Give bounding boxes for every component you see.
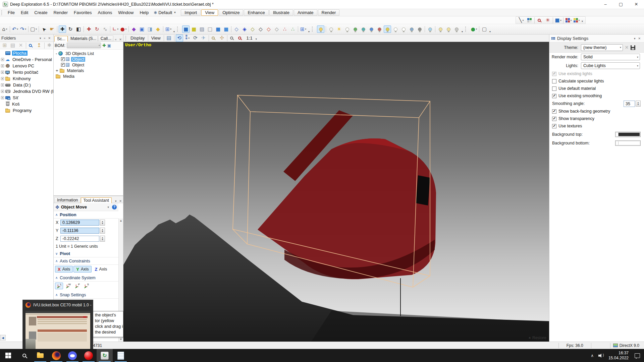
search-folder-icon[interactable]	[28, 42, 35, 49]
taskbar-clock[interactable]: 16:37 15.04.2022	[608, 351, 629, 361]
restore-button[interactable]: « Restore	[529, 336, 546, 340]
folder-item-s[interactable]: +Síť	[0, 95, 53, 101]
taskbar-explorer-button[interactable]	[32, 349, 48, 362]
checkbox[interactable]	[552, 94, 556, 98]
gem-icon[interactable]: ◆	[130, 25, 138, 33]
favorites-star-icon[interactable]: ✱	[46, 42, 53, 49]
tool-tab-tool-assistant[interactable]: Tool Assistant	[81, 197, 112, 203]
light-remove-icon[interactable]	[445, 25, 452, 33]
scene-item-object[interactable]: Object	[54, 62, 123, 68]
taskbar-firefox-button[interactable]	[48, 349, 64, 362]
texture-wrap-icon[interactable]: ▣	[138, 25, 146, 33]
orbit-icon[interactable]: ⟲	[176, 35, 183, 42]
menu-favorites[interactable]: Favorites	[71, 9, 95, 16]
smoothing-spinner[interactable]: ▲▼	[636, 101, 641, 107]
background-bottom-swatch[interactable]	[615, 140, 641, 146]
settings-gear-icon[interactable]: ✳	[544, 17, 551, 24]
panel-close-icon[interactable]: ✕	[637, 37, 642, 40]
layout-colors-icon[interactable]: ▾	[573, 17, 580, 24]
folders-close-icon[interactable]: ✕	[47, 37, 52, 40]
expand-icon[interactable]: -	[56, 51, 57, 56]
folder-item-plocha[interactable]: Plocha	[0, 50, 53, 56]
taskbar-red-app-button[interactable]	[80, 349, 97, 362]
taskbar-discord-button[interactable]	[64, 349, 80, 362]
scene-graph-icon[interactable]	[526, 17, 533, 24]
checkbox-row-show-transparency[interactable]: Show transparency	[549, 115, 644, 122]
checkbox-row-use-textures[interactable]: Use textures	[549, 122, 644, 130]
render-blue1-icon[interactable]: ■	[214, 25, 222, 33]
gradient-icon[interactable]: ◧	[75, 25, 82, 33]
points-color-icon[interactable]: ∴	[289, 25, 297, 33]
menu-actions[interactable]: Actions	[95, 9, 115, 16]
scroll-down-icon[interactable]: ▼	[120, 338, 122, 341]
scene-item-object[interactable]: Object	[54, 56, 123, 62]
expand-icon[interactable]: +	[1, 58, 4, 61]
lights-combo[interactable]: Cube Lights ▾	[581, 62, 640, 69]
panel-pin-icon[interactable]: ▣	[107, 43, 111, 48]
position-input-z[interactable]: -0.22242	[60, 236, 99, 242]
scroll-left-arrow[interactable]: ◀	[0, 335, 6, 341]
axes-icon[interactable]: ∟▾	[112, 25, 119, 33]
position-input-y[interactable]: -0.11136	[60, 228, 99, 234]
rotate-icon[interactable]: ↻	[67, 25, 74, 33]
light-blue-icon[interactable]	[368, 25, 375, 33]
viewport-canvas[interactable]: User/Ortho « Restore	[123, 42, 549, 342]
close-button[interactable]: ✕	[629, 0, 644, 9]
tool-dropdown-icon[interactable]: ▾	[106, 205, 110, 209]
pivot-section-header[interactable]: ∨ Pivot	[54, 250, 118, 257]
wire-cube5-icon[interactable]: ◇	[265, 25, 272, 33]
points-red-icon[interactable]: ∴	[281, 25, 288, 33]
theme-save-icon[interactable]	[631, 45, 635, 50]
popup-thumbnail[interactable]	[25, 311, 90, 349]
ribbon-tab-enhance[interactable]: Enhance	[244, 9, 268, 16]
material-ball-icon[interactable]: ●▾	[120, 25, 127, 33]
taskbar-start-button[interactable]	[0, 349, 16, 362]
tool-tab-information[interactable]: Information	[54, 197, 81, 203]
undo-icon[interactable]: ↶▾	[11, 25, 19, 33]
menu-file[interactable]: File	[5, 9, 18, 16]
preview-icon[interactable]: ▤	[165, 35, 173, 42]
checkbox-checked[interactable]	[61, 63, 65, 67]
axis-constraint-z[interactable]: ZAxis	[92, 266, 110, 273]
folders-dropdown-icon[interactable]: ▾	[38, 37, 43, 40]
render-mode-combo[interactable]: Solid ▾	[581, 54, 640, 60]
taskbar-search-button[interactable]	[16, 349, 32, 362]
scene-item-media[interactable]: Media	[54, 73, 123, 79]
flip-image-icon[interactable]: ◨	[146, 25, 154, 33]
position-section-header[interactable]: ∧ Position	[54, 211, 118, 219]
expand-icon[interactable]: +	[56, 68, 58, 73]
scene-sphere-icon[interactable]: ●▾	[470, 25, 478, 33]
bom-add-icon[interactable]: ✚	[102, 43, 106, 48]
scene-tab-sc[interactable]: Sc...	[54, 36, 68, 42]
light-back-icon[interactable]	[453, 25, 460, 33]
expand-icon[interactable]: +	[1, 71, 4, 74]
bom-combo[interactable]	[67, 43, 101, 48]
folder-options-icon[interactable]: ▤	[9, 42, 16, 49]
folder-item-knihovny[interactable]: +Knihovny	[0, 75, 53, 82]
object-rotate-icon[interactable]: ↻	[93, 25, 101, 33]
ribbon-tab-render[interactable]: Render	[318, 9, 340, 16]
checkbox[interactable]	[552, 72, 556, 76]
grid-icon[interactable]: ⊞▾	[300, 25, 307, 33]
display-menu[interactable]: Display	[129, 35, 147, 42]
theme-delete-icon[interactable]: ✕	[625, 45, 629, 50]
taskbar-notepad-button[interactable]	[113, 349, 129, 362]
light-white1-icon[interactable]	[327, 25, 335, 33]
axis-constraint-x[interactable]: XAxis	[55, 266, 73, 273]
checkbox[interactable]	[552, 109, 556, 114]
pan-icon[interactable]: ✣	[218, 35, 226, 42]
fly-icon[interactable]: ✈	[200, 35, 207, 42]
checkbox-row-calculate-specular-lights[interactable]: Calculate specular lights	[549, 77, 644, 85]
speaker-icon[interactable]: ⟩	[598, 353, 604, 358]
position-spinner-z[interactable]: ▲▼	[100, 236, 105, 242]
light-add-icon[interactable]	[437, 25, 444, 33]
folder-item-tento-po-ta[interactable]: +Tento počítač	[0, 69, 53, 75]
wire-cube2-icon[interactable]: ◈	[241, 25, 248, 33]
object-move-icon[interactable]: ✚	[85, 25, 93, 33]
folder-item-programy[interactable]: Programy	[0, 107, 53, 114]
checkbox[interactable]	[552, 79, 556, 83]
walk-icon[interactable]: ⁑▾	[184, 35, 191, 42]
axis-constraint-y[interactable]: YAxis	[73, 266, 91, 273]
expand-icon[interactable]: +	[1, 96, 4, 99]
delete-icon[interactable]: ✕	[17, 42, 24, 49]
